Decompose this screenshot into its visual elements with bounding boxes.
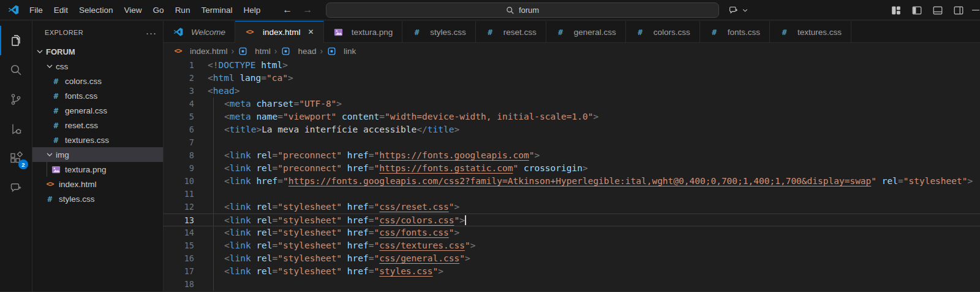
menu-item-selection[interactable]: Selection	[74, 0, 119, 20]
activity-source-control-icon[interactable]	[0, 85, 32, 114]
code-line-4[interactable]: 4<meta charset="UTF-8">	[164, 98, 980, 110]
more-actions-icon[interactable]: ···	[146, 28, 157, 38]
tree-item-label: textures.css	[65, 136, 109, 145]
tree-item-general-css[interactable]: #general.css	[32, 103, 163, 118]
tab-styles-css[interactable]: #styles.css	[402, 21, 476, 43]
back-arrow-icon[interactable]: ←	[282, 4, 292, 15]
breadcrumb: <>index.html›html›head›link	[164, 43, 980, 59]
line-number[interactable]: 18	[164, 278, 194, 291]
breadcrumb-item-head[interactable]: head	[281, 47, 316, 56]
toggle-primary-sidebar-icon[interactable]	[912, 6, 922, 15]
activity-search-icon[interactable]	[0, 55, 32, 85]
close-icon[interactable]: ✕	[308, 28, 314, 36]
code-line-15[interactable]: 15<link rel="stylesheet" href="css/textu…	[164, 239, 980, 252]
tab-fonts-css[interactable]: #fonts.css	[700, 21, 770, 43]
customize-layout-icon[interactable]	[891, 6, 901, 15]
activity-run-debug-icon[interactable]	[0, 114, 32, 144]
menu-item-run[interactable]: Run	[170, 0, 196, 20]
line-number[interactable]: 10	[164, 175, 194, 188]
line-number[interactable]: 1	[164, 59, 194, 72]
tree-item-textures-css[interactable]: #textures.css	[32, 133, 163, 147]
code-line-11[interactable]: 11	[164, 188, 980, 201]
code-line-1[interactable]: 1<!DOCTYPE html>	[164, 59, 980, 72]
tab-reset-css[interactable]: #reset.css	[476, 21, 546, 43]
search-icon	[506, 6, 514, 15]
line-number[interactable]: 14	[164, 226, 194, 239]
breadcrumb-label: index.html	[190, 47, 228, 56]
tree-item-css[interactable]: css	[32, 59, 163, 74]
code-line-14[interactable]: 14<link rel="stylesheet" href="css/fonts…	[164, 226, 980, 239]
toggle-secondary-sidebar-icon[interactable]	[954, 6, 963, 15]
breadcrumb-item-html[interactable]: html	[238, 47, 271, 56]
line-number[interactable]: 12	[164, 201, 194, 213]
tab-textura-png[interactable]: textura.png	[324, 21, 403, 43]
code-line-9[interactable]: 9<link rel="preconnect" href="https://fo…	[164, 162, 980, 175]
line-number[interactable]: 13	[164, 214, 194, 226]
tree-item-forum[interactable]: FORUM	[32, 44, 163, 59]
code-line-8[interactable]: 8<link rel="preconnect" href="https://fo…	[164, 149, 980, 162]
tree-item-img[interactable]: img	[32, 147, 163, 162]
code-line-5[interactable]: 5<meta name="viewport" content="width=de…	[164, 110, 980, 123]
line-number[interactable]: 6	[164, 123, 194, 136]
code-line-18[interactable]: 18	[164, 278, 980, 291]
explorer-header: EXPLORER ···	[32, 21, 163, 44]
line-number[interactable]: 17	[164, 265, 194, 278]
tab-label: styles.css	[430, 28, 466, 37]
line-number[interactable]: 11	[164, 188, 194, 201]
line-number[interactable]: 3	[164, 85, 194, 98]
code-line-7[interactable]: 7	[164, 136, 980, 149]
titlebar: FileEditSelectionViewGoRunTerminalHelp ←…	[0, 0, 980, 20]
activity-explorer-icon[interactable]	[0, 26, 32, 55]
menu-item-view[interactable]: View	[119, 0, 148, 20]
code-line-6[interactable]: 6<title>La meva interfície accessible</t…	[164, 123, 980, 136]
line-number[interactable]: 15	[164, 239, 194, 252]
line-number[interactable]: 2	[164, 72, 194, 85]
tree-item-fonts-css[interactable]: #fonts.css	[32, 88, 163, 103]
explorer-tree: FORUMcss#colors.css#fonts.css#general.cs…	[32, 44, 163, 206]
breadcrumb-item-index-html[interactable]: <>index.html	[173, 47, 228, 56]
code-editor[interactable]: 1<!DOCTYPE html>2<html lang="ca">3<head>…	[164, 59, 980, 292]
code-line-10[interactable]: 10<link href="https://fonts.googleapis.c…	[164, 175, 980, 188]
tree-item-colors-css[interactable]: #colors.css	[32, 74, 163, 88]
forward-arrow-icon[interactable]: →	[303, 4, 312, 15]
line-number[interactable]: 7	[164, 136, 194, 149]
code-text: <meta charset="UTF-8">	[208, 98, 342, 110]
line-number[interactable]: 8	[164, 149, 194, 162]
line-number[interactable]: 4	[164, 98, 194, 110]
menu-item-edit[interactable]: Edit	[48, 0, 74, 20]
code-line-13[interactable]: 13<link rel="stylesheet" href="css/color…	[164, 213, 980, 226]
toggle-panel-icon[interactable]	[933, 6, 943, 15]
command-center-search[interactable]: forum	[326, 2, 719, 18]
code-line-17[interactable]: 17<link rel="stylesheet" href="styles.cs…	[164, 265, 980, 278]
menu-item-file[interactable]: File	[24, 0, 48, 20]
code-line-3[interactable]: 3<head>	[164, 85, 980, 98]
tree-item-index-html[interactable]: <>index.html	[32, 177, 163, 191]
breadcrumb-item-link[interactable]: link	[326, 47, 356, 56]
menu-item-help[interactable]: Help	[238, 0, 266, 20]
copilot-chat-button[interactable]	[728, 0, 749, 20]
activity-chat-icon[interactable]	[0, 173, 32, 202]
tab-bar-filler	[851, 21, 980, 43]
code-line-16[interactable]: 16<link rel="stylesheet" href="css/gener…	[164, 252, 980, 265]
tab-general-css[interactable]: #general.css	[546, 21, 626, 43]
copilot-chat-icon	[728, 4, 739, 16]
menu-item-go[interactable]: Go	[148, 0, 170, 20]
tab-index-html[interactable]: <>index.html✕	[235, 21, 324, 43]
tab-welcome[interactable]: Welcome	[164, 21, 235, 43]
tree-item-label: colors.css	[65, 77, 102, 86]
code-line-12[interactable]: 12<link rel="stylesheet" href="css/reset…	[164, 201, 980, 213]
line-number[interactable]: 9	[164, 162, 194, 175]
activity-extensions-icon[interactable]: 2	[0, 144, 32, 173]
tab-label: colors.css	[654, 28, 690, 37]
code-line-2[interactable]: 2<html lang="ca">	[164, 72, 980, 85]
line-number[interactable]: 5	[164, 110, 194, 123]
tab-colors-css[interactable]: #colors.css	[626, 21, 700, 43]
tab-textures-css[interactable]: #textures.css	[770, 21, 851, 43]
minimize-icon[interactable]	[972, 10, 979, 10]
code-text: <title>La meva interfície accessible</ti…	[208, 123, 459, 136]
menu-item-terminal[interactable]: Terminal	[195, 0, 238, 20]
tree-item-styles-css[interactable]: #styles.css	[32, 191, 163, 206]
tree-item-textura-png[interactable]: textura.png	[32, 162, 163, 177]
tree-item-reset-css[interactable]: #reset.css	[32, 118, 163, 133]
line-number[interactable]: 16	[164, 252, 194, 265]
